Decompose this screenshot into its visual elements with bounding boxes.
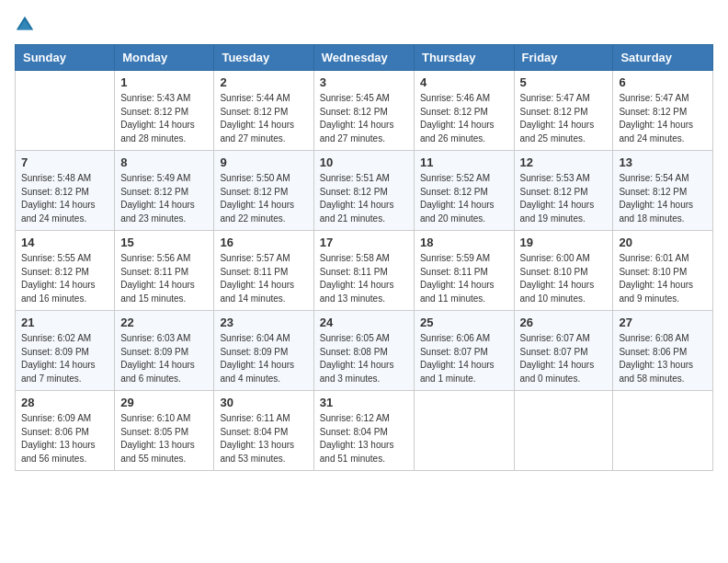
- column-header-saturday: Saturday: [613, 45, 713, 71]
- calendar-day-cell: 10Sunrise: 5:51 AMSunset: 8:12 PMDayligh…: [313, 151, 414, 231]
- day-info: Sunrise: 5:57 AMSunset: 8:11 PMDaylight:…: [220, 252, 307, 305]
- day-info: Sunrise: 5:47 AMSunset: 8:12 PMDaylight:…: [520, 92, 608, 145]
- calendar-day-cell: 3Sunrise: 5:45 AMSunset: 8:12 PMDaylight…: [313, 71, 414, 151]
- day-info: Sunrise: 6:11 AMSunset: 8:04 PMDaylight:…: [220, 412, 307, 465]
- day-info: Sunrise: 5:46 AMSunset: 8:12 PMDaylight:…: [420, 92, 508, 145]
- calendar-day-cell: 4Sunrise: 5:46 AMSunset: 8:12 PMDaylight…: [414, 71, 514, 151]
- calendar-day-cell: 20Sunrise: 6:01 AMSunset: 8:10 PMDayligh…: [613, 231, 713, 311]
- day-info: Sunrise: 6:05 AMSunset: 8:08 PMDaylight:…: [320, 332, 408, 385]
- calendar-day-cell: 7Sunrise: 5:48 AMSunset: 8:12 PMDaylight…: [16, 151, 115, 231]
- day-number: 26: [520, 316, 608, 329]
- day-number: 3: [320, 75, 408, 89]
- calendar-day-cell: 31Sunrise: 6:12 AMSunset: 8:04 PMDayligh…: [313, 391, 414, 471]
- logo-icon: [15, 15, 35, 35]
- day-number: 21: [21, 316, 108, 329]
- day-number: 1: [120, 75, 208, 89]
- day-number: 5: [520, 75, 608, 89]
- calendar-day-cell: 23Sunrise: 6:04 AMSunset: 8:09 PMDayligh…: [214, 311, 313, 391]
- day-number: 24: [320, 316, 408, 329]
- day-number: 30: [220, 396, 307, 409]
- calendar-day-cell: 1Sunrise: 5:43 AMSunset: 8:12 PMDaylight…: [115, 71, 214, 151]
- column-header-monday: Monday: [115, 45, 214, 71]
- day-number: 7: [21, 155, 108, 169]
- day-info: Sunrise: 6:01 AMSunset: 8:10 PMDaylight:…: [619, 252, 707, 305]
- day-number: 15: [120, 236, 208, 249]
- calendar-week-row: 28Sunrise: 6:09 AMSunset: 8:06 PMDayligh…: [16, 391, 713, 471]
- day-number: 31: [320, 396, 408, 409]
- day-info: Sunrise: 5:51 AMSunset: 8:12 PMDaylight:…: [320, 172, 408, 225]
- day-info: Sunrise: 5:55 AMSunset: 8:12 PMDaylight:…: [21, 252, 108, 305]
- calendar-week-row: 21Sunrise: 6:02 AMSunset: 8:09 PMDayligh…: [16, 311, 713, 391]
- day-info: Sunrise: 6:12 AMSunset: 8:04 PMDaylight:…: [320, 412, 408, 465]
- day-info: Sunrise: 6:10 AMSunset: 8:05 PMDaylight:…: [120, 412, 208, 465]
- column-header-sunday: Sunday: [16, 45, 115, 71]
- day-number: 20: [619, 236, 707, 249]
- day-number: 25: [420, 316, 508, 329]
- day-info: Sunrise: 6:03 AMSunset: 8:09 PMDaylight:…: [120, 332, 208, 385]
- day-info: Sunrise: 5:45 AMSunset: 8:12 PMDaylight:…: [320, 92, 408, 145]
- day-info: Sunrise: 6:00 AMSunset: 8:10 PMDaylight:…: [520, 252, 608, 305]
- day-number: 4: [420, 75, 508, 89]
- calendar-day-cell: 19Sunrise: 6:00 AMSunset: 8:10 PMDayligh…: [514, 231, 613, 311]
- page-header: [15, 15, 713, 35]
- day-number: 11: [420, 155, 508, 169]
- calendar-day-cell: 9Sunrise: 5:50 AMSunset: 8:12 PMDaylight…: [214, 151, 313, 231]
- day-info: Sunrise: 5:47 AMSunset: 8:12 PMDaylight:…: [619, 92, 707, 145]
- calendar-week-row: 14Sunrise: 5:55 AMSunset: 8:12 PMDayligh…: [16, 231, 713, 311]
- calendar-day-cell: 15Sunrise: 5:56 AMSunset: 8:11 PMDayligh…: [115, 231, 214, 311]
- day-info: Sunrise: 5:44 AMSunset: 8:12 PMDaylight:…: [220, 92, 307, 145]
- day-info: Sunrise: 5:48 AMSunset: 8:12 PMDaylight:…: [21, 172, 108, 225]
- calendar-day-cell: 21Sunrise: 6:02 AMSunset: 8:09 PMDayligh…: [16, 311, 115, 391]
- calendar-day-cell: 16Sunrise: 5:57 AMSunset: 8:11 PMDayligh…: [214, 231, 313, 311]
- day-number: 18: [420, 236, 508, 249]
- day-info: Sunrise: 5:50 AMSunset: 8:12 PMDaylight:…: [220, 172, 307, 225]
- calendar-day-cell: 22Sunrise: 6:03 AMSunset: 8:09 PMDayligh…: [115, 311, 214, 391]
- day-number: 14: [21, 236, 108, 249]
- day-info: Sunrise: 6:07 AMSunset: 8:07 PMDaylight:…: [520, 332, 608, 385]
- calendar-day-cell: 2Sunrise: 5:44 AMSunset: 8:12 PMDaylight…: [214, 71, 313, 151]
- day-number: 12: [520, 155, 608, 169]
- day-info: Sunrise: 6:02 AMSunset: 8:09 PMDaylight:…: [21, 332, 108, 385]
- day-number: 6: [619, 75, 707, 89]
- logo: [15, 15, 39, 35]
- empty-cell: [514, 391, 613, 471]
- day-info: Sunrise: 5:58 AMSunset: 8:11 PMDaylight:…: [320, 252, 408, 305]
- calendar-day-cell: 24Sunrise: 6:05 AMSunset: 8:08 PMDayligh…: [313, 311, 414, 391]
- day-info: Sunrise: 5:54 AMSunset: 8:12 PMDaylight:…: [619, 172, 707, 225]
- day-info: Sunrise: 5:43 AMSunset: 8:12 PMDaylight:…: [120, 92, 208, 145]
- day-number: 23: [220, 316, 307, 329]
- calendar-day-cell: 30Sunrise: 6:11 AMSunset: 8:04 PMDayligh…: [214, 391, 313, 471]
- calendar-day-cell: 13Sunrise: 5:54 AMSunset: 8:12 PMDayligh…: [613, 151, 713, 231]
- column-header-wednesday: Wednesday: [313, 45, 414, 71]
- day-number: 28: [21, 396, 108, 409]
- calendar-day-cell: 11Sunrise: 5:52 AMSunset: 8:12 PMDayligh…: [414, 151, 514, 231]
- calendar-day-cell: 25Sunrise: 6:06 AMSunset: 8:07 PMDayligh…: [414, 311, 514, 391]
- day-number: 8: [120, 155, 208, 169]
- calendar-day-cell: 18Sunrise: 5:59 AMSunset: 8:11 PMDayligh…: [414, 231, 514, 311]
- day-number: 10: [320, 155, 408, 169]
- day-number: 17: [320, 236, 408, 249]
- calendar-day-cell: 26Sunrise: 6:07 AMSunset: 8:07 PMDayligh…: [514, 311, 613, 391]
- day-info: Sunrise: 5:59 AMSunset: 8:11 PMDaylight:…: [420, 252, 508, 305]
- calendar-day-cell: 5Sunrise: 5:47 AMSunset: 8:12 PMDaylight…: [514, 71, 613, 151]
- column-header-friday: Friday: [514, 45, 613, 71]
- calendar-day-cell: 27Sunrise: 6:08 AMSunset: 8:06 PMDayligh…: [613, 311, 713, 391]
- calendar-day-cell: 6Sunrise: 5:47 AMSunset: 8:12 PMDaylight…: [613, 71, 713, 151]
- day-number: 27: [619, 316, 707, 329]
- day-number: 19: [520, 236, 608, 249]
- day-info: Sunrise: 6:04 AMSunset: 8:09 PMDaylight:…: [220, 332, 307, 385]
- day-number: 29: [120, 396, 208, 409]
- calendar-day-cell: 8Sunrise: 5:49 AMSunset: 8:12 PMDaylight…: [115, 151, 214, 231]
- day-info: Sunrise: 5:49 AMSunset: 8:12 PMDaylight:…: [120, 172, 208, 225]
- day-info: Sunrise: 6:08 AMSunset: 8:06 PMDaylight:…: [619, 332, 707, 385]
- calendar-day-cell: 17Sunrise: 5:58 AMSunset: 8:11 PMDayligh…: [313, 231, 414, 311]
- empty-cell: [414, 391, 514, 471]
- day-info: Sunrise: 5:53 AMSunset: 8:12 PMDaylight:…: [520, 172, 608, 225]
- calendar-table: SundayMondayTuesdayWednesdayThursdayFrid…: [15, 44, 713, 471]
- empty-cell: [16, 71, 115, 151]
- calendar-day-cell: 12Sunrise: 5:53 AMSunset: 8:12 PMDayligh…: [514, 151, 613, 231]
- day-info: Sunrise: 6:06 AMSunset: 8:07 PMDaylight:…: [420, 332, 508, 385]
- day-number: 2: [220, 75, 307, 89]
- empty-cell: [613, 391, 713, 471]
- calendar-week-row: 7Sunrise: 5:48 AMSunset: 8:12 PMDaylight…: [16, 151, 713, 231]
